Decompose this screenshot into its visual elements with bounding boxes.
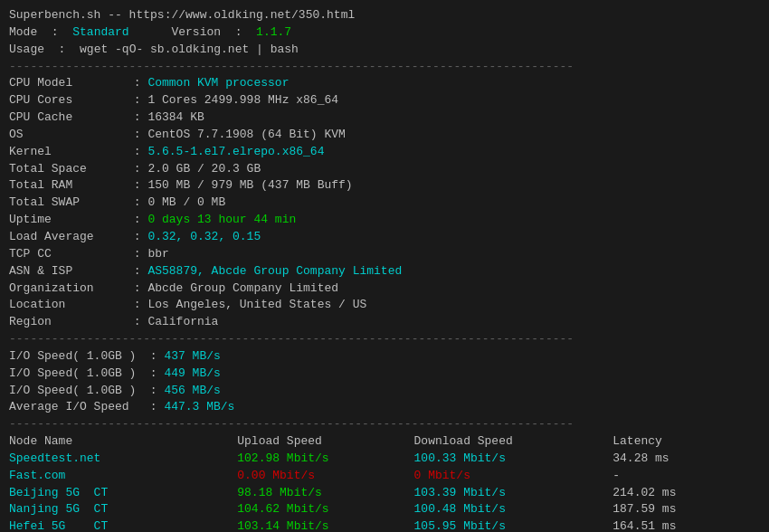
network-download: 100.48 Mbit/s — [414, 501, 613, 518]
cpu-cores-row: CPU Cores : 1 Cores 2499.998 MHz x86_64 — [9, 92, 760, 109]
network-download: 103.39 Mbit/s — [414, 485, 613, 502]
col-upload-header: Upload Speed — [237, 433, 413, 451]
col-download-header: Download Speed — [414, 433, 613, 451]
usage-label: Usage — [9, 43, 44, 56]
network-latency: 187.59 ms — [612, 501, 760, 518]
network-upload: 102.98 Mbit/s — [237, 451, 413, 468]
total-swap-row: Total SWAP : 0 MB / 0 MB — [9, 195, 760, 212]
os-value: CentOS 7.7.1908 (64 Bit) KVM — [147, 127, 760, 144]
network-download: 105.95 Mbit/s — [414, 518, 613, 532]
total-space-label: Total Space — [9, 161, 127, 178]
io-speed3-row: I/O Speed( 1.0GB ) : 456 MB/s — [9, 383, 760, 400]
load-avg-row: Load Average : 0.32, 0.32, 0.15 — [9, 229, 760, 246]
cpu-cache-row: CPU Cache : 16384 KB — [9, 109, 760, 127]
title-text: Superbench.sh -- https://www.oldking.net… — [9, 8, 355, 22]
total-swap-label: Total SWAP — [9, 195, 127, 212]
network-row: Hefei 5G CT103.14 Mbit/s105.95 Mbit/s164… — [9, 518, 760, 532]
network-latency: 34.28 ms — [612, 451, 760, 468]
tcp-cc-label: TCP CC — [9, 246, 127, 263]
network-upload: 98.18 Mbit/s — [237, 485, 413, 502]
region-row: Region : California — [9, 314, 760, 331]
divider3: ----------------------------------------… — [9, 416, 760, 433]
load-avg-value: 0.32, 0.32, 0.15 — [147, 229, 760, 246]
network-row: Beijing 5G CT98.18 Mbit/s103.39 Mbit/s21… — [9, 485, 760, 502]
network-section: Node Name Upload Speed Download Speed La… — [9, 433, 760, 532]
uptime-row: Uptime : 0 days 13 hour 44 min — [9, 212, 760, 229]
network-row: Speedtest.net 102.98 Mbit/s100.33 Mbit/s… — [9, 451, 760, 468]
network-table: Node Name Upload Speed Download Speed La… — [9, 433, 760, 532]
network-node-name: Fast.com — [9, 468, 237, 485]
usage-value: wget -qO- sb.oldking.net | bash — [80, 43, 299, 56]
io-avg-value: 447.3 MB/s — [164, 399, 760, 416]
network-node-name: Beijing 5G CT — [9, 485, 237, 502]
network-row: Nanjing 5G CT104.62 Mbit/s100.48 Mbit/s1… — [9, 501, 760, 518]
region-label: Region — [9, 314, 127, 331]
location-value: Los Angeles, United States / US — [147, 297, 760, 314]
location-label: Location — [9, 297, 127, 314]
io-avg-row: Average I/O Speed : 447.3 MB/s — [9, 399, 760, 416]
network-download: 100.33 Mbit/s — [414, 451, 613, 468]
load-avg-label: Load Average — [9, 229, 127, 246]
col-latency-header: Latency — [612, 433, 760, 451]
divider1: ----------------------------------------… — [9, 59, 760, 76]
io-speed2-label: I/O Speed( 1.0GB ) — [9, 366, 143, 383]
asn-isp-row: ASN & ISP : AS58879, Abcde Group Company… — [9, 263, 760, 280]
total-space-value: 2.0 GB / 20.3 GB — [147, 161, 760, 178]
uptime-value: 0 days 13 hour 44 min — [147, 212, 760, 229]
network-latency: - — [612, 468, 760, 485]
sysinfo-table: CPU Model : Common KVM processor CPU Cor… — [9, 75, 760, 331]
mode-value: Standard — [72, 25, 128, 39]
kernel-label: Kernel — [9, 144, 127, 161]
kernel-value: 5.6.5-1.el7.elrepo.x86_64 — [147, 144, 760, 161]
io-speed2-row: I/O Speed( 1.0GB ) : 449 MB/s — [9, 366, 760, 383]
org-value: Abcde Group Company Limited — [147, 280, 760, 298]
io-speed3-label: I/O Speed( 1.0GB ) — [9, 383, 143, 400]
network-node-name: Speedtest.net — [9, 451, 237, 468]
asn-isp-value: AS58879, Abcde Group Company Limited — [147, 263, 760, 280]
io-speed1-value: 437 MB/s — [164, 348, 760, 366]
network-upload: 103.14 Mbit/s — [237, 518, 413, 532]
cpu-model-row: CPU Model : Common KVM processor — [9, 75, 760, 92]
region-value: California — [147, 314, 760, 331]
io-avg-label: Average I/O Speed — [9, 399, 143, 416]
version-value: 1.1.7 — [256, 25, 291, 39]
cpu-cores-label: CPU Cores — [9, 92, 127, 109]
network-latency: 164.51 ms — [612, 518, 760, 532]
kernel-row: Kernel : 5.6.5-1.el7.elrepo.x86_64 — [9, 144, 760, 161]
cpu-model-value: Common KVM processor — [147, 75, 760, 92]
mode-label: Mode — [9, 25, 37, 39]
network-node-name: Hefei 5G CT — [9, 518, 237, 532]
cpu-cache-value: 16384 KB — [147, 109, 760, 127]
total-space-row: Total Space : 2.0 GB / 20.3 GB — [9, 161, 760, 178]
total-ram-value: 150 MB / 979 MB (437 MB Buff) — [147, 177, 760, 195]
network-table-header: Node Name Upload Speed Download Speed La… — [9, 433, 760, 451]
header-usage: Usage : wget -qO- sb.oldking.net | bash — [9, 42, 760, 59]
io-speed2-value: 449 MB/s — [164, 366, 760, 383]
network-latency: 214.02 ms — [612, 485, 760, 502]
header-mode: Mode : Standard Version : 1.1.7 — [9, 24, 760, 42]
io-speed1-row: I/O Speed( 1.0GB ) : 437 MB/s — [9, 348, 760, 366]
cpu-cores-value: 1 Cores 2499.998 MHz x86_64 — [147, 92, 760, 109]
divider2: ----------------------------------------… — [9, 331, 760, 348]
org-row: Organization : Abcde Group Company Limit… — [9, 280, 760, 298]
network-upload: 0.00 Mbit/s — [237, 468, 413, 485]
network-download: 0 Mbit/s — [414, 468, 613, 485]
cpu-model-label: CPU Model — [9, 75, 127, 92]
total-ram-row: Total RAM : 150 MB / 979 MB (437 MB Buff… — [9, 177, 760, 195]
os-label: OS — [9, 127, 127, 144]
col-node-header: Node Name — [9, 433, 237, 451]
asn-isp-label: ASN & ISP — [9, 263, 127, 280]
os-row: OS : CentOS 7.7.1908 (64 Bit) KVM — [9, 127, 760, 144]
io-speed1-label: I/O Speed( 1.0GB ) — [9, 348, 143, 366]
version-label: Version — [171, 25, 221, 39]
network-node-name: Nanjing 5G CT — [9, 501, 237, 518]
total-ram-label: Total RAM — [9, 177, 127, 195]
uptime-label: Uptime — [9, 212, 127, 229]
org-label: Organization — [9, 280, 127, 298]
cpu-cache-label: CPU Cache — [9, 109, 127, 127]
total-swap-value: 0 MB / 0 MB — [147, 195, 760, 212]
network-row: Fast.com 0.00 Mbit/s0 Mbit/s- — [9, 468, 760, 485]
tcp-cc-value: bbr — [147, 246, 760, 263]
location-row: Location : Los Angeles, United States / … — [9, 297, 760, 314]
cpu-model-sep: : — [127, 75, 147, 92]
